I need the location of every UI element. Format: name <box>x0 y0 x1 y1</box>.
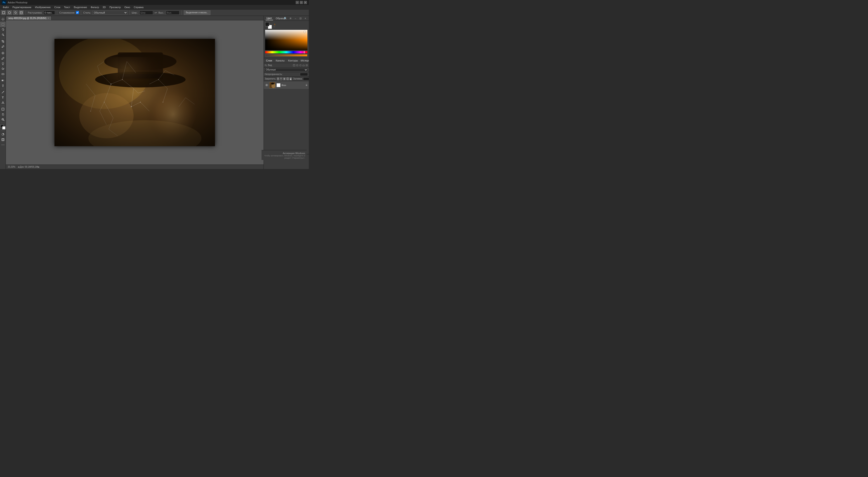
color-panel: Цвет Образцы 🔍 ≡ – ⊡ × ⚠ <box>264 16 309 58</box>
menu-3d[interactable]: 3D <box>101 5 107 9</box>
menu-text[interactable]: Текст <box>62 5 72 9</box>
canvas-container[interactable] <box>6 20 264 164</box>
panel-collapse-icon[interactable]: – <box>293 16 298 20</box>
lock-all-btn[interactable] <box>289 77 292 81</box>
canvas[interactable] <box>55 39 215 146</box>
color-spectrum-bar[interactable] <box>265 51 307 53</box>
anti-alias-checkbox[interactable] <box>76 11 79 14</box>
menu-help[interactable]: Справка <box>132 5 145 9</box>
tool-lasso[interactable] <box>0 27 5 32</box>
maximize-button[interactable]: □ <box>300 1 303 4</box>
doc-size: 59,1M/59,1M <box>25 166 38 168</box>
tool-pen[interactable] <box>0 90 5 95</box>
tool-rect-select[interactable] <box>0 22 5 27</box>
layers-toolbar: ƒ <box>264 154 309 159</box>
svg-point-22 <box>3 92 4 92</box>
tool-brush[interactable] <box>0 56 5 61</box>
swap-icon[interactable]: ⇌ <box>154 11 157 14</box>
menu-layers[interactable]: Слои <box>53 5 62 9</box>
tool-path-select[interactable] <box>0 100 5 105</box>
background-color[interactable] <box>2 126 5 129</box>
paths-tab[interactable]: Контуры <box>287 59 299 62</box>
layer-style-btn[interactable]: ƒ <box>270 155 274 159</box>
shape-ellipse-btn[interactable] <box>7 10 12 15</box>
tool-dodge[interactable] <box>0 83 5 88</box>
menu-edit[interactable]: Редактирование <box>11 5 33 9</box>
width-label: Шир.: <box>132 11 138 14</box>
tool-zoom[interactable] <box>0 117 5 122</box>
panel-expand-icon[interactable]: ⊡ <box>298 16 303 20</box>
link-layers-btn[interactable] <box>265 155 269 159</box>
width-input[interactable] <box>140 11 153 15</box>
layers-panel-close-icon[interactable]: × <box>304 59 308 63</box>
tool-hand[interactable] <box>0 112 5 117</box>
delete-layer-btn[interactable] <box>303 155 307 159</box>
tool-move[interactable] <box>0 17 5 22</box>
menu-window[interactable]: Окно <box>123 5 132 9</box>
tool-shape[interactable] <box>0 107 5 112</box>
lock-artboard-btn[interactable] <box>286 77 289 81</box>
shape-col-btn[interactable] <box>19 10 24 15</box>
tool-crop[interactable] <box>0 39 5 44</box>
tool-gradient[interactable] <box>0 78 5 83</box>
fill-input[interactable]: 100% <box>303 77 309 81</box>
nav-prev[interactable]: ◀ <box>18 166 20 168</box>
color-gradient[interactable] <box>265 30 307 50</box>
close-button[interactable]: × <box>304 1 307 4</box>
tool-eraser[interactable] <box>0 71 5 76</box>
tool-clone[interactable] <box>0 61 5 66</box>
layer-adjustment-btn[interactable] <box>280 155 284 159</box>
lock-transparent-btn[interactable] <box>277 77 279 81</box>
svg-point-55 <box>300 64 301 66</box>
menu-image[interactable]: Изображение <box>33 5 53 9</box>
color-tab[interactable]: Цвет <box>266 16 273 20</box>
layer-visibility-toggle[interactable] <box>265 84 268 87</box>
blend-mode-select[interactable]: Обычные Растворение Затемнение Умножение <box>265 68 308 72</box>
fg-swatch[interactable] <box>265 22 269 26</box>
layers-panel-tabs: Слои Каналы Контуры История ≡ × <box>264 58 309 63</box>
tool-healing[interactable] <box>0 51 5 56</box>
tool-screen-mode[interactable] <box>0 137 5 142</box>
layers-tab[interactable]: Слои <box>265 59 273 62</box>
tool-extra[interactable]: ⋯ <box>0 142 5 147</box>
channels-tab[interactable]: Каналы <box>275 59 285 62</box>
tool-text[interactable]: T <box>0 95 5 100</box>
panel-menu-icon[interactable]: ≡ <box>288 16 292 20</box>
color-opacity-bar[interactable] <box>265 54 307 57</box>
lock-image-btn[interactable] <box>280 77 282 81</box>
shape-lasso-btn[interactable] <box>13 10 18 15</box>
layer-thumbnail <box>269 82 276 88</box>
menu-select[interactable]: Выделение <box>72 5 89 9</box>
ps-logo: Ps <box>2 0 6 5</box>
tool-history[interactable] <box>0 66 5 71</box>
svg-point-68 <box>266 85 267 86</box>
height-input[interactable] <box>166 11 180 15</box>
lock-position-btn[interactable] <box>283 77 286 81</box>
tool-magic-wand[interactable] <box>0 32 5 37</box>
layer-mask-btn[interactable] <box>275 155 279 159</box>
menu-bar: Файл Редактирование Изображение Слои Тек… <box>0 5 309 9</box>
menu-view[interactable]: Просмотр <box>107 5 123 9</box>
selection-mask-button[interactable]: Выделение и маска... <box>184 10 211 15</box>
nav-next[interactable]: ▶ <box>38 166 40 168</box>
opacity-input[interactable]: 100% <box>300 73 308 76</box>
style-select[interactable]: Обычный С заданными размерами Указать пр… <box>92 11 127 15</box>
layer-item-0[interactable]: Фон <box>264 81 309 89</box>
layer-icon-4 <box>303 64 305 66</box>
feather-input[interactable] <box>43 11 55 15</box>
layer-group-btn[interactable] <box>285 155 289 159</box>
menu-file[interactable]: Файл <box>1 5 11 9</box>
menu-filter[interactable]: Фильтр <box>89 5 101 9</box>
panel-close-icon[interactable]: × <box>303 16 307 20</box>
svg-point-74 <box>276 156 278 158</box>
panel-search-icon[interactable]: 🔍 <box>283 16 287 20</box>
layers-panel-menu-icon[interactable]: ≡ <box>299 59 303 63</box>
layer-name: Фон <box>281 84 305 87</box>
tool-eyedropper[interactable] <box>0 44 5 49</box>
tool-quick-mask[interactable] <box>0 132 5 137</box>
document-tab[interactable]: sexy-4691554.jpg @ 33,3% (RGB/8#) × <box>6 16 52 20</box>
color-swatches-row: ⚠ □ <box>265 22 307 29</box>
shape-rect-btn[interactable] <box>1 10 6 15</box>
minimize-button[interactable]: − <box>296 1 299 4</box>
tab-close-icon[interactable]: × <box>48 17 49 20</box>
